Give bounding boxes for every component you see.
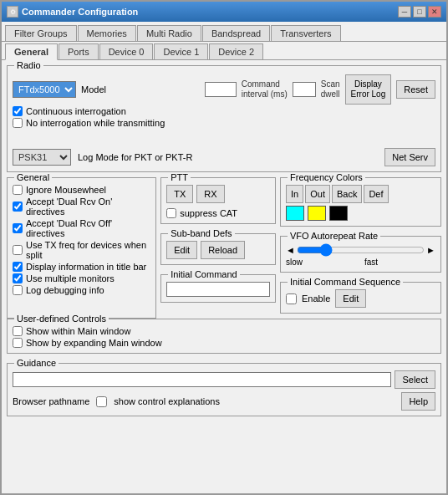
log-debugging-checkbox[interactable] <box>13 285 23 295</box>
user-bottom-row: User-defined Controls Show within Main w… <box>7 319 441 359</box>
suppress-cat-checkbox[interactable] <box>166 208 176 218</box>
display-info-checkbox[interactable] <box>13 262 23 272</box>
freq-color-buttons: In Out Back Def <box>286 185 435 203</box>
freq-colors-group: Frequency Colors In Out Back Def <box>280 177 441 227</box>
no-interrogation-row: No interrogation while transmitting <box>13 118 435 128</box>
reset-button[interactable]: Reset <box>396 80 435 99</box>
subband-group: Sub-band Defs Edit Reload <box>160 233 276 265</box>
initial-command-input[interactable] <box>166 282 270 297</box>
display-error-button[interactable]: Display Error Log <box>345 74 392 105</box>
browser-pathname-label: Browser pathname <box>13 396 89 406</box>
check-dual-rcv-on: Accept 'Dual Rcv On' directives <box>13 196 150 217</box>
freq-def-button[interactable]: Def <box>364 185 388 203</box>
tab-transverters[interactable]: Transverters <box>271 25 340 41</box>
ptt-buttons: TX RX <box>166 185 270 203</box>
window-controls: ─ □ ✕ <box>398 6 441 18</box>
color-back-swatch[interactable] <box>329 206 348 221</box>
main-window: ⚙ Commander Configuration ─ □ ✕ Filter G… <box>0 0 448 495</box>
tx-button[interactable]: TX <box>166 185 193 203</box>
title-bar: ⚙ Commander Configuration ─ □ ✕ <box>2 2 446 22</box>
slow-arrow: ◄ <box>286 245 295 255</box>
general-checks: Ignore Mousewheel Accept 'Dual Rcv On' d… <box>13 185 150 295</box>
initial-command-group: Initial Command <box>160 274 276 303</box>
freq-back-button[interactable]: Back <box>332 185 362 203</box>
show-expanding-row: Show by expanding Main window <box>13 338 435 348</box>
check-multiple-monitors: Use multiple monitors <box>13 273 150 283</box>
top-tab-bar: Filter Groups Memories Multi Radio Bands… <box>2 22 446 42</box>
vfo-slider-row: ◄ ► <box>286 243 435 257</box>
tab-multi-radio[interactable]: Multi Radio <box>137 25 201 41</box>
tab-ports[interactable]: Ports <box>59 43 99 59</box>
suppress-cat-row: suppress CAT <box>166 208 270 218</box>
ptt-group-title: PTT <box>168 172 191 182</box>
init-seq-title: Initial Command Sequence <box>288 277 403 287</box>
init-seq-enable-checkbox[interactable] <box>286 293 297 304</box>
subband-reload-button[interactable]: Reload <box>201 241 245 259</box>
check-ignore-mousewheel: Ignore Mousewheel <box>13 185 150 195</box>
model-select[interactable]: FTdx5000 <box>13 81 76 98</box>
log-debugging-label: Log debugging info <box>26 285 104 295</box>
maximize-button[interactable]: □ <box>413 6 426 18</box>
no-interrogation-checkbox[interactable] <box>13 118 23 128</box>
dual-rcv-on-checkbox[interactable] <box>13 202 23 212</box>
radio-row: FTdx5000 Model 300 Command interval (ms)… <box>13 74 435 105</box>
general-group-title: General <box>14 172 52 182</box>
tab-filter-groups[interactable]: Filter Groups <box>5 25 77 41</box>
help-button[interactable]: Help <box>401 392 435 411</box>
suppress-cat-label: suppress CAT <box>180 208 237 218</box>
guidance-title: Guidance <box>14 358 59 368</box>
show-expanding-label: Show by expanding Main window <box>26 338 162 348</box>
command-interval-input[interactable]: 300 <box>205 82 237 97</box>
freq-in-button[interactable]: In <box>286 185 303 203</box>
window-icon: ⚙ <box>7 6 18 18</box>
select-button[interactable]: Select <box>395 370 435 389</box>
vfo-title: VFO Autorepeat Rate <box>288 231 380 241</box>
freq-out-button[interactable]: Out <box>305 185 330 203</box>
show-expanding-checkbox[interactable] <box>13 338 23 348</box>
net-serv-button[interactable]: Net Serv <box>384 148 435 166</box>
slow-label: slow <box>286 258 303 267</box>
ptt-group: PTT TX RX suppress CAT <box>160 177 276 224</box>
guidance-input[interactable] <box>13 372 391 387</box>
color-out-swatch[interactable] <box>308 206 326 221</box>
bottom-tab-bar: General Ports Device 0 Device 1 Device 2 <box>2 42 446 60</box>
color-in-swatch[interactable] <box>286 206 304 221</box>
dual-rcv-off-checkbox[interactable] <box>13 223 23 233</box>
three-panel: General Ignore Mousewheel Accept 'Dual R… <box>7 177 441 319</box>
check-dual-rcv-off: Accept 'Dual Rcv Off' directives <box>13 218 150 238</box>
tab-device0[interactable]: Device 0 <box>99 43 154 59</box>
check-tx-freq: Use TX freq for devices when split <box>13 240 150 260</box>
vfo-group: VFO Autorepeat Rate ◄ ► slow fast <box>280 236 441 273</box>
command-interval-label: Command interval (ms) <box>242 79 288 100</box>
logmode-select[interactable]: PSK31 <box>13 149 71 166</box>
initial-command-title: Initial Command <box>168 269 239 279</box>
tab-device2[interactable]: Device 2 <box>209 43 263 59</box>
init-seq-group: Initial Command Sequence Enable Edit <box>280 282 441 314</box>
ignore-mousewheel-checkbox[interactable] <box>13 185 23 195</box>
minimize-button[interactable]: ─ <box>398 6 411 18</box>
fast-arrow: ► <box>426 245 435 255</box>
freq-color-swatches <box>286 206 435 221</box>
guidance-group: Guidance Select Browser pathname show co… <box>7 363 441 416</box>
show-within-checkbox[interactable] <box>13 326 23 336</box>
display-info-label: Display information in title bar <box>26 262 146 272</box>
tab-memories[interactable]: Memories <box>78 25 136 41</box>
init-seq-edit-button[interactable]: Edit <box>335 289 366 308</box>
tab-device1[interactable]: Device 1 <box>154 43 208 59</box>
multiple-monitors-checkbox[interactable] <box>13 273 23 283</box>
window-title: Commander Configuration <box>22 7 138 17</box>
rx-button[interactable]: RX <box>196 185 224 203</box>
subband-buttons: Edit Reload <box>166 241 270 259</box>
subband-edit-button[interactable]: Edit <box>166 241 197 259</box>
show-within-row: Show within Main window <box>13 326 435 336</box>
close-button[interactable]: ✕ <box>428 6 441 18</box>
dual-rcv-on-label: Accept 'Dual Rcv On' directives <box>26 196 150 217</box>
tab-bandspread[interactable]: Bandspread <box>202 25 270 41</box>
tab-general[interactable]: General <box>5 43 58 60</box>
tx-freq-checkbox[interactable] <box>13 245 23 255</box>
show-control-checkbox[interactable] <box>96 396 107 407</box>
vfo-slider[interactable] <box>297 243 425 257</box>
continuous-interrogation-label: Continuous interrogation <box>26 106 126 116</box>
scan-dwell-input[interactable]: 1 <box>293 82 316 97</box>
continuous-interrogation-checkbox[interactable] <box>13 106 23 116</box>
